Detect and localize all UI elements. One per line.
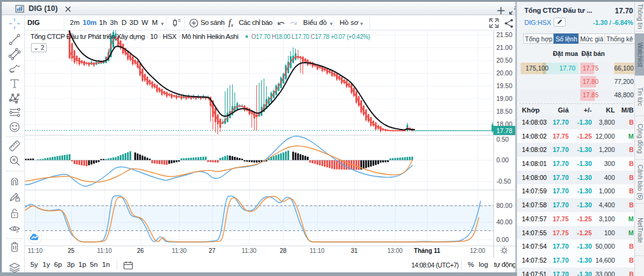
svg-text:-0.50: -0.50	[496, 178, 511, 185]
svg-text:18.50: 18.50	[496, 108, 512, 115]
svg-text:28: 28	[279, 247, 287, 254]
svg-text:20.50: 20.50	[496, 57, 512, 64]
svg-text:0.00: 0.00	[496, 236, 509, 243]
svg-text:26: 26	[137, 247, 144, 254]
svg-text:19.00: 19.00	[496, 95, 512, 102]
svg-text:12:00: 12:00	[470, 247, 485, 254]
svg-text:21.50: 21.50	[496, 31, 512, 38]
svg-text:Tháng 11: Tháng 11	[414, 247, 440, 254]
svg-text:20.00: 20.00	[496, 69, 512, 77]
svg-text:11:30: 11:30	[172, 247, 187, 254]
svg-text:40.00: 40.00	[496, 218, 512, 226]
svg-text:0: 0	[178, 18, 180, 22]
svg-text:31: 31	[351, 247, 358, 254]
svg-text:13:00: 13:00	[387, 247, 402, 254]
svg-text:11:10: 11:10	[310, 247, 325, 254]
svg-text:0.00: 0.00	[496, 156, 509, 164]
svg-text:0.50: 0.50	[496, 136, 509, 143]
svg-text:19.50: 19.50	[496, 82, 512, 89]
svg-text:21.00: 21.00	[496, 44, 512, 51]
svg-text:11:10: 11:10	[28, 247, 43, 254]
svg-text:80.00: 80.00	[496, 202, 512, 209]
svg-text:11:10: 11:10	[97, 247, 112, 254]
svg-text:11:30: 11:30	[242, 247, 257, 254]
svg-text:17.78: 17.78	[496, 127, 512, 134]
svg-text:25: 25	[67, 247, 75, 254]
svg-text:27: 27	[208, 247, 216, 254]
